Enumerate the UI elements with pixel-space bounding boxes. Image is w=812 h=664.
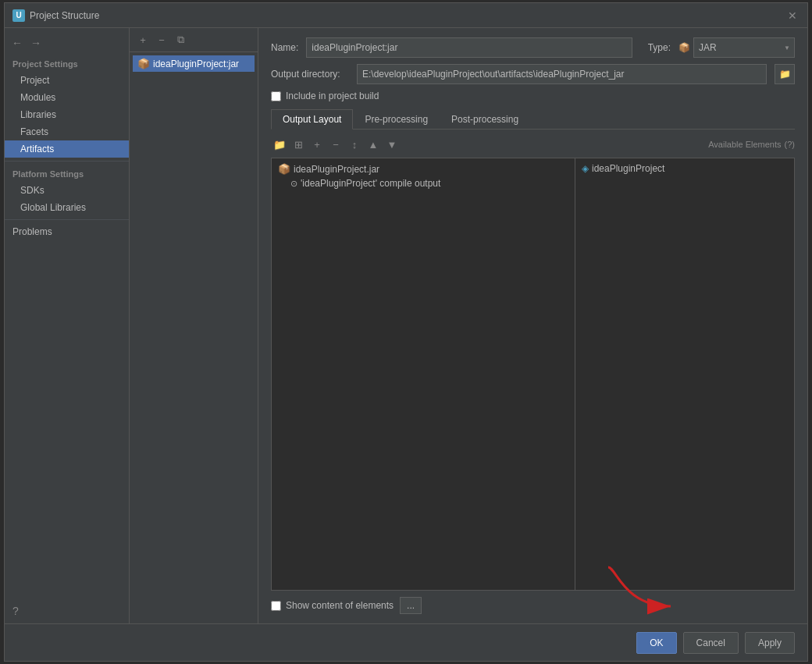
artifact-list-item[interactable]: 📦 ideaPluginProject:jar xyxy=(133,55,255,72)
sidebar: ← → Project Settings Project Modules Lib… xyxy=(5,28,130,623)
ok-button[interactable]: OK xyxy=(636,632,676,654)
artifact-toolbar: + − ⧉ xyxy=(130,28,258,52)
artifact-list: 📦 ideaPluginProject:jar xyxy=(130,52,258,623)
tabs-bar: Output Layout Pre-processing Post-proces… xyxy=(271,109,795,130)
forward-button[interactable]: → xyxy=(28,36,44,50)
include-in-build-label: Include in project build xyxy=(286,91,379,101)
output-layout-toolbar: 📁 ⊞ + − ↕ ▲ ▼ Available Elements (?) xyxy=(271,136,795,153)
available-help-icon: (?) xyxy=(785,140,795,149)
sidebar-help-button[interactable]: ? xyxy=(5,598,129,623)
include-in-build-checkbox[interactable] xyxy=(271,91,281,101)
main-content: ← → Project Settings Project Modules Lib… xyxy=(5,28,807,623)
right-panel: Name: Type: 📦 JAR Output directory: 📁 xyxy=(258,28,807,623)
down-btn[interactable]: ▼ xyxy=(383,136,401,153)
avail-item-module[interactable]: ◈ ideaPluginProject xyxy=(579,162,791,176)
bottom-row: Show content of elements ... xyxy=(271,591,795,614)
app-icon: U xyxy=(12,9,25,22)
module-icon: ◈ xyxy=(582,163,589,174)
sidebar-item-libraries[interactable]: Libraries xyxy=(5,106,129,123)
folder-toolbar-btn[interactable]: 📁 xyxy=(271,136,288,153)
add-artifact-button[interactable]: + xyxy=(134,31,151,48)
available-elements-label: Available Elements (?) xyxy=(708,140,795,149)
artifact-area: 📦 ideaPluginProject.jar ⊙ 'ideaPluginPro… xyxy=(271,158,795,591)
sidebar-item-facets[interactable]: Facets xyxy=(5,123,129,140)
type-jar-icon: 📦 xyxy=(678,42,690,53)
sidebar-item-artifacts[interactable]: Artifacts xyxy=(5,140,129,158)
type-label: Type: xyxy=(648,42,671,53)
show-content-checkbox[interactable] xyxy=(271,601,281,611)
tree-item-jar[interactable]: 📦 ideaPluginProject.jar xyxy=(275,162,572,176)
dialog-footer: OK Cancel Apply xyxy=(5,623,807,661)
artifact-tree: 📦 ideaPluginProject.jar ⊙ 'ideaPluginPro… xyxy=(272,158,575,590)
toolbar-left: 📁 ⊞ + − ↕ ▲ ▼ xyxy=(271,136,401,153)
output-dir-label: Output directory: xyxy=(271,69,349,80)
tab-pre-processing[interactable]: Pre-processing xyxy=(353,109,440,130)
artifact-list-panel: + − ⧉ 📦 ideaPluginProject:jar xyxy=(130,28,258,623)
project-settings-header: Project Settings xyxy=(5,55,129,72)
remove-artifact-button[interactable]: − xyxy=(153,31,170,48)
jar-tree-icon: 📦 xyxy=(278,163,290,175)
sidebar-divider xyxy=(5,161,129,162)
tree-item-compile[interactable]: ⊙ 'ideaPluginProject' compile output xyxy=(275,176,572,190)
dotdot-button[interactable]: ... xyxy=(400,597,422,614)
tab-output-layout[interactable]: Output Layout xyxy=(271,109,353,130)
copy-artifact-button[interactable]: ⧉ xyxy=(172,31,189,48)
close-button[interactable]: ✕ xyxy=(785,9,800,23)
up-btn[interactable]: ▲ xyxy=(365,136,382,153)
sidebar-divider-2 xyxy=(5,219,129,220)
add-element-btn[interactable]: + xyxy=(308,136,326,153)
name-input[interactable] xyxy=(306,37,632,58)
tab-post-processing[interactable]: Post-processing xyxy=(440,109,530,130)
cancel-button[interactable]: Cancel xyxy=(683,632,739,654)
dialog-title: Project Structure xyxy=(30,10,99,21)
available-elements-panel: ◈ ideaPluginProject xyxy=(575,158,794,590)
sidebar-nav-bar: ← → xyxy=(5,34,129,55)
remove-element-btn[interactable]: − xyxy=(327,136,344,153)
type-select[interactable]: JAR xyxy=(693,37,795,58)
grid-toolbar-btn[interactable]: ⊞ xyxy=(290,136,307,153)
title-bar: U Project Structure ✕ xyxy=(5,3,807,28)
name-label: Name: xyxy=(271,42,298,53)
apply-button[interactable]: Apply xyxy=(745,632,795,654)
sidebar-item-modules[interactable]: Modules xyxy=(5,89,129,106)
sidebar-item-problems[interactable]: Problems xyxy=(5,223,129,240)
show-content-row: Show content of elements xyxy=(271,600,394,611)
type-select-wrapper: 📦 JAR xyxy=(678,37,795,58)
sidebar-item-global-libraries[interactable]: Global Libraries xyxy=(5,199,129,216)
name-row: Name: Type: 📦 JAR xyxy=(271,37,795,58)
output-dir-row: Output directory: 📁 xyxy=(271,64,795,84)
include-in-build-row: Include in project build xyxy=(271,91,795,101)
sort-btn[interactable]: ↕ xyxy=(346,136,363,153)
back-button[interactable]: ← xyxy=(9,36,25,50)
platform-settings-header: Platform Settings xyxy=(5,165,129,182)
sidebar-item-sdks[interactable]: SDKs xyxy=(5,182,129,199)
project-structure-dialog: U Project Structure ✕ ← → Project Settin… xyxy=(4,2,808,662)
title-bar-left: U Project Structure xyxy=(12,9,99,22)
show-content-label: Show content of elements xyxy=(286,600,394,611)
jar-icon: 📦 xyxy=(137,58,150,69)
browse-button[interactable]: 📁 xyxy=(775,64,795,84)
output-dir-input[interactable] xyxy=(357,64,767,84)
compile-tree-icon: ⊙ xyxy=(290,179,297,189)
sidebar-item-project[interactable]: Project xyxy=(5,72,129,89)
